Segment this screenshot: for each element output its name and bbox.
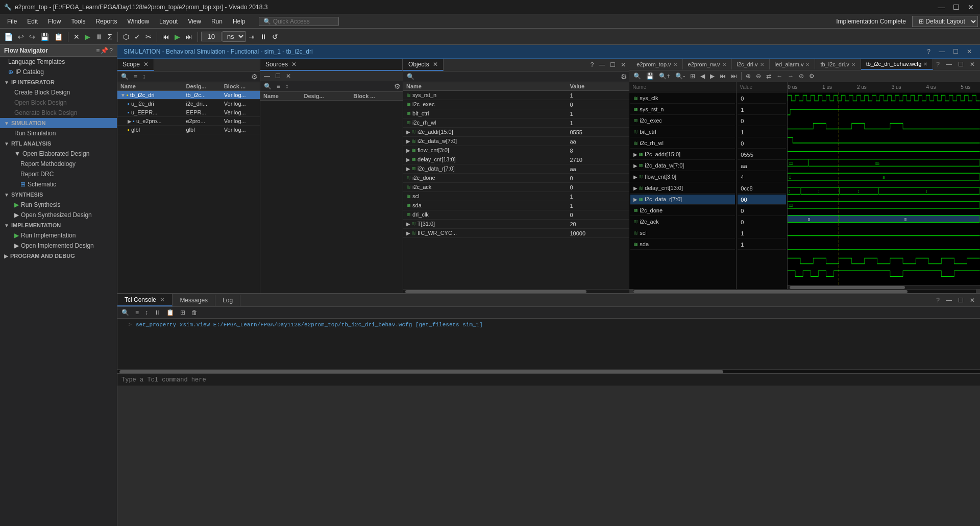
expand-icon[interactable]: ▼ (120, 92, 126, 98)
expand-icon[interactable]: ▶ (633, 174, 638, 180)
wave-tab-tb-i2c-dri[interactable]: tb_i2c_dri.v ✕ (815, 59, 861, 69)
console-maximize-button[interactable]: ☐ (956, 296, 966, 305)
check-button[interactable]: ✓ (132, 32, 142, 42)
scroll-track[interactable] (633, 290, 976, 293)
wave-name-row[interactable]: ≋ bit_ctrl (630, 127, 735, 137)
nav-help-button[interactable]: ? (109, 47, 113, 54)
expand-icon[interactable]: ▶ (406, 148, 410, 153)
table-row[interactable]: ≋ bit_ctrl1 (403, 109, 629, 118)
console-search-button[interactable]: 🔍 (119, 308, 131, 317)
nav-section-simulation[interactable]: ▼ SIMULATION (0, 118, 117, 128)
sources-close-button[interactable]: ✕ (284, 72, 292, 80)
nav-section-ip-integrator[interactable]: ▼ IP INTEGRATOR (0, 77, 117, 87)
table-row[interactable]: ▪ u_i2c_dri i2c_dri... Verilog... (117, 100, 260, 108)
tcl-console-tab[interactable]: Tcl Console ✕ (117, 294, 173, 306)
wave-name-row[interactable]: ▶≋ flow_cnt[3:0] (630, 172, 735, 182)
nav-report-methodology[interactable]: Report Methodology (0, 159, 117, 169)
table-row[interactable]: ≋ scl1 (403, 192, 629, 201)
wave-skip-back-button[interactable]: ⏮ (718, 71, 728, 81)
wave-tab-e2prom-top[interactable]: e2prom_top.v ✕ (631, 59, 682, 69)
expand-icon[interactable]: ▶ (128, 118, 132, 124)
table-row[interactable]: ▪ glbl glbl Verilog... (117, 126, 260, 134)
console-scrollbar[interactable] (117, 369, 980, 373)
scroll-right-btn[interactable] (976, 290, 980, 293)
menu-file[interactable]: File (2, 17, 22, 26)
nav-section-implementation[interactable]: ▼ IMPLEMENTATION (0, 220, 117, 230)
quick-access-input[interactable] (273, 18, 334, 25)
table-row[interactable]: ≋ i2c_done0 (403, 174, 629, 183)
wave-tab-e2prom-rw[interactable]: e2prom_rw.v ✕ (683, 59, 732, 69)
expand-icon[interactable]: ▶ (633, 152, 638, 157)
wave-area-close[interactable]: ✕ (968, 60, 977, 69)
wave-tab-led-alarm[interactable]: led_alarm.v ✕ (770, 59, 816, 69)
console-help-button[interactable]: ? (934, 296, 942, 305)
undo-button[interactable]: ↩ (16, 32, 26, 42)
wave-mid-button[interactable]: ⊘ (797, 71, 806, 81)
wave-name-row[interactable]: ≋ i2c_rh_wl (630, 138, 735, 149)
copy-button[interactable]: 📋 (52, 32, 65, 42)
wave-name-row[interactable]: ≋ sys_rst_n (630, 105, 735, 115)
menu-view[interactable]: View (183, 17, 206, 26)
scope-sort-button[interactable]: ↕ (141, 73, 147, 81)
console-filter-button[interactable]: ≡ (133, 308, 141, 317)
console-close-button[interactable]: ✕ (968, 296, 977, 305)
wave-name-row[interactable]: ≋ i2c_ack (630, 217, 735, 227)
nav-open-implemented[interactable]: ▶ Open Implemented Design (0, 241, 117, 251)
objects-search-button[interactable]: 🔍 (405, 73, 416, 81)
redo-button[interactable]: ↪ (27, 32, 37, 42)
scroll-thumb[interactable] (633, 290, 908, 293)
sim-close-button[interactable]: ✕ (965, 47, 974, 56)
sources-search-button[interactable]: 🔍 (262, 82, 273, 90)
expand-icon[interactable]: ▶ (406, 129, 410, 135)
wave-tab-i2c-dri[interactable]: i2c_dri.v ✕ (732, 59, 770, 69)
expand-icon[interactable]: ▶ (633, 163, 638, 169)
menu-tools[interactable]: Tools (66, 17, 90, 26)
sources-minimize-button[interactable]: — (262, 72, 272, 80)
wave-tab-close[interactable]: ✕ (805, 62, 810, 67)
expand-icon[interactable]: ▶ (406, 138, 410, 144)
objects-scrollbar[interactable] (403, 289, 629, 293)
table-row[interactable]: ≋ i2c_rh_wl1 (403, 118, 629, 128)
wave-name-row[interactable]: ▶≋ i2c_data_w[7:0] (630, 161, 735, 171)
nav-collapse-button[interactable]: ≡ (96, 47, 100, 54)
time-value-input[interactable] (201, 32, 222, 41)
nav-create-block-design[interactable]: Create Block Design (0, 87, 117, 98)
objects-maximize-button[interactable]: ☐ (608, 61, 617, 69)
wave-tab-close[interactable]: ✕ (673, 62, 677, 67)
table-row[interactable]: ▪ u_EEPR... EEPR... Verilog... (117, 108, 260, 117)
console-pause-button[interactable]: ⏸ (152, 308, 162, 317)
step-button[interactable]: Σ (106, 32, 114, 42)
wave-tab-close[interactable]: ✕ (722, 62, 726, 67)
impl-button[interactable]: ⬡ (121, 32, 131, 42)
nav-report-drc[interactable]: Report DRC (0, 169, 117, 179)
wave-gear-button[interactable]: ⚙ (807, 71, 817, 81)
wave-skip-fwd-button[interactable]: ⏭ (729, 71, 739, 81)
wave-fit-button[interactable]: ⊞ (688, 71, 697, 81)
waveform-bottom-scrollbar[interactable] (629, 289, 980, 293)
new-button[interactable]: 📄 (2, 32, 15, 42)
sim-minimize-button[interactable]: — (937, 47, 947, 56)
nav-section-synthesis[interactable]: ▼ SYNTHESIS (0, 189, 117, 200)
wave-area-maximize[interactable]: ☐ (956, 60, 966, 69)
minimize-button[interactable]: — (936, 3, 947, 11)
table-row[interactable]: ▼▪ tb_i2c_dri tb_i2c... Verilog... (117, 91, 260, 100)
nav-run-synthesis[interactable]: ▶ Run Synthesis (0, 200, 117, 210)
nav-section-rtl[interactable]: ▼ RTL ANALYSIS (0, 138, 117, 149)
close-button[interactable]: ✕ (966, 3, 976, 11)
wave-display-scrollbar[interactable] (788, 285, 980, 289)
tcl-tab-close[interactable]: ✕ (160, 296, 165, 303)
menu-run[interactable]: Run (206, 17, 228, 26)
table-row[interactable]: ▶≋ i2c_addr[15:0]0555 (403, 128, 629, 137)
wave-area-help[interactable]: ? (934, 60, 942, 69)
log-tab[interactable]: Log (215, 295, 240, 306)
expand-icon[interactable]: ▶ (406, 166, 410, 172)
scissors-button[interactable]: ✂ (143, 32, 154, 42)
wave-tab-close[interactable]: ✕ (851, 62, 855, 67)
wave-name-row[interactable]: ≋ i2c_done (630, 206, 735, 216)
scope-tab[interactable]: Scope ✕ (117, 59, 154, 71)
save-button[interactable]: 💾 (38, 32, 51, 42)
table-row[interactable]: ▶≋ IIC_WR_CYC...10000 (403, 229, 629, 238)
wave-next-button[interactable]: ▶ (708, 71, 717, 81)
restart-button[interactable]: ↺ (270, 32, 280, 42)
table-row[interactable]: ▶▪ u_e2pro... e2pro... Verilog... (117, 117, 260, 126)
